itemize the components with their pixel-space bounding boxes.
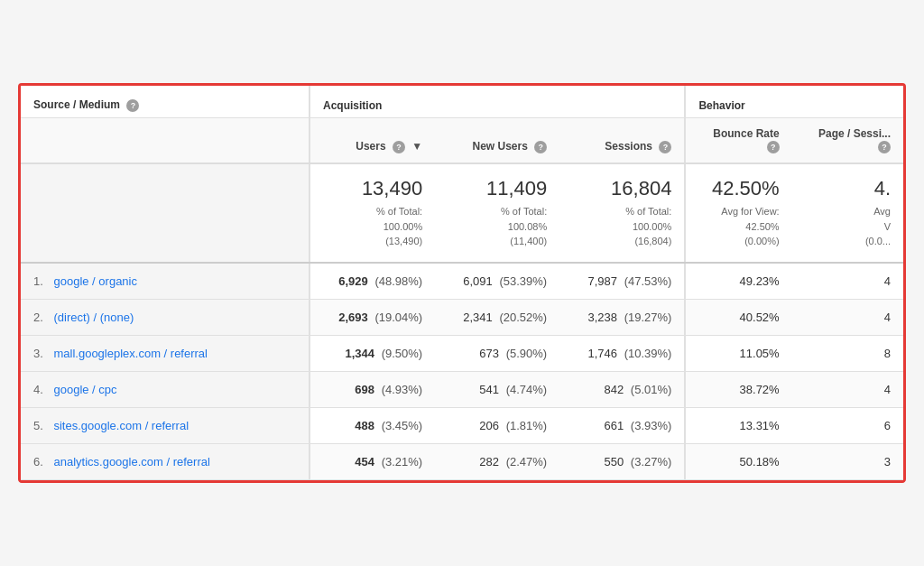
source-link[interactable]: analytics.google.com / referral	[53, 455, 209, 469]
users-value: 6,929	[338, 274, 368, 288]
group-header-row: Source / Medium ? Acquisition Behavior	[21, 86, 903, 117]
summary-pages-main: 4.	[805, 177, 891, 200]
behavior-group-header: Behavior	[685, 86, 903, 117]
pages-label: Page / Sessi...	[818, 127, 891, 140]
new-users-help-icon[interactable]: ?	[534, 141, 547, 153]
new-users-col-header: New Users ?	[435, 118, 559, 163]
users-sort-icon[interactable]: ▼	[411, 140, 422, 153]
new-users-pct: (1.81%)	[506, 419, 548, 432]
users-cell: 488 (3.45%)	[310, 407, 435, 443]
row-number: 2.	[33, 311, 43, 324]
row-number: 3.	[33, 347, 43, 360]
analytics-table: Source / Medium ? Acquisition Behavior U…	[21, 86, 903, 479]
bounce-rate-cell: 11.05%	[685, 335, 791, 371]
table-row: 5. sites.google.com / referral 488 (3.45…	[21, 407, 903, 443]
users-pct: (19.04%)	[374, 311, 422, 324]
summary-pages-cell: 4. AvgV(0.0...	[792, 163, 903, 263]
bounce-rate-help-icon[interactable]: ?	[767, 141, 780, 153]
source-link[interactable]: sites.google.com / referral	[53, 419, 189, 432]
sessions-value: 7,987	[587, 274, 617, 288]
row-number: 1.	[33, 274, 43, 288]
bounce-rate-cell: 40.52%	[685, 299, 791, 335]
table-row: 4. google / cpc 698 (4.93%) 541 (4.74%) …	[21, 371, 903, 407]
users-value: 2,693	[338, 311, 368, 324]
users-value: 1,344	[345, 347, 374, 360]
users-cell: 6,929 (48.98%)	[310, 263, 435, 300]
new-users-value: 673	[479, 347, 499, 360]
sessions-value: 661	[605, 419, 624, 432]
source-medium-label: Source / Medium	[33, 98, 120, 111]
sessions-cell: 661 (3.93%)	[559, 407, 685, 443]
source-medium-group-header: Source / Medium ?	[21, 86, 310, 117]
sessions-cell: 7,987 (47.53%)	[559, 263, 685, 300]
new-users-pct: (5.90%)	[506, 347, 548, 360]
table-row: 1. google / organic 6,929 (48.98%) 6,091…	[21, 263, 903, 300]
pages-help-icon[interactable]: ?	[878, 141, 891, 153]
sessions-cell: 550 (3.27%)	[559, 443, 685, 479]
table-row: 2. (direct) / (none) 2,693 (19.04%) 2,34…	[21, 299, 903, 335]
sessions-help-icon[interactable]: ?	[659, 141, 671, 153]
sessions-cell: 1,746 (10.39%)	[559, 335, 685, 371]
new-users-cell: 6,091 (53.39%)	[435, 263, 559, 300]
summary-sessions-cell: 16,804 % of Total:100.00%(16,804)	[559, 163, 685, 263]
new-users-label: New Users	[472, 140, 527, 153]
bounce-rate-value: 50.18%	[740, 455, 780, 469]
summary-new-users-main: 11,409	[448, 177, 547, 200]
acquisition-group-header: Acquisition	[310, 86, 685, 117]
source-medium-col-header	[21, 118, 310, 163]
sessions-value: 550	[605, 455, 624, 469]
row-number: 4.	[33, 383, 43, 396]
new-users-value: 206	[479, 419, 499, 432]
users-cell: 2,693 (19.04%)	[310, 299, 435, 335]
new-users-cell: 282 (2.47%)	[435, 443, 559, 479]
new-users-pct: (20.52%)	[499, 311, 547, 324]
bounce-rate-value: 11.05%	[740, 347, 780, 360]
users-value: 454	[355, 455, 374, 469]
source-link[interactable]: google / organic	[53, 274, 137, 288]
source-cell: 6. analytics.google.com / referral	[21, 443, 310, 479]
source-cell: 2. (direct) / (none)	[21, 299, 310, 335]
users-value: 488	[355, 419, 374, 432]
bounce-rate-value: 40.52%	[740, 311, 780, 324]
source-link[interactable]: mall.googleplex.com / referral	[53, 347, 208, 360]
acquisition-label: Acquisition	[323, 99, 382, 112]
sessions-col-header: Sessions ?	[559, 118, 685, 163]
source-cell: 4. google / cpc	[21, 371, 310, 407]
users-pct: (3.45%)	[382, 419, 423, 432]
analytics-table-container: Source / Medium ? Acquisition Behavior U…	[18, 83, 906, 482]
bounce-rate-value: 49.23%	[740, 274, 780, 288]
summary-users-main: 13,490	[323, 177, 422, 200]
summary-bounce-rate-main: 42.50%	[698, 177, 779, 200]
users-pct: (9.50%)	[382, 347, 423, 360]
bounce-rate-col-header: Bounce Rate ?	[685, 118, 791, 163]
bounce-rate-cell: 49.23%	[685, 263, 791, 300]
summary-sessions-sub: % of Total:100.00%(16,804)	[572, 204, 671, 249]
summary-bounce-rate-sub: Avg for View:42.50%(0.00%)	[698, 204, 779, 249]
bounce-rate-cell: 38.72%	[685, 371, 791, 407]
pages-cell: 4	[792, 299, 903, 335]
sessions-pct: (10.39%)	[624, 347, 672, 360]
sessions-value: 3,238	[587, 311, 617, 324]
pages-value: 4	[884, 383, 891, 396]
pages-value: 4	[884, 274, 891, 288]
sessions-pct: (47.53%)	[624, 274, 672, 288]
row-number: 6.	[33, 455, 43, 469]
summary-sessions-main: 16,804	[572, 177, 671, 200]
pages-col-header: Page / Sessi... ?	[792, 118, 903, 163]
users-col-header: Users ? ▼	[310, 118, 435, 163]
users-pct: (3.21%)	[382, 455, 423, 469]
users-help-icon[interactable]: ?	[393, 141, 405, 153]
sessions-value: 1,746	[587, 347, 617, 360]
users-cell: 1,344 (9.50%)	[310, 335, 435, 371]
summary-new-users-cell: 11,409 % of Total:100.08%(11,400)	[435, 163, 559, 263]
bounce-rate-value: 38.72%	[740, 383, 780, 396]
sessions-label: Sessions	[605, 140, 652, 153]
col-header-row: Users ? ▼ New Users ? Sessions ? Bounce …	[21, 118, 903, 163]
row-number: 5.	[33, 419, 43, 432]
source-link[interactable]: (direct) / (none)	[53, 311, 134, 324]
bounce-rate-value: 13.31%	[740, 419, 780, 432]
source-link[interactable]: google / cpc	[53, 383, 116, 396]
summary-new-users-sub: % of Total:100.08%(11,400)	[448, 204, 547, 249]
sessions-value: 842	[605, 383, 624, 396]
source-medium-help-icon[interactable]: ?	[126, 99, 139, 112]
